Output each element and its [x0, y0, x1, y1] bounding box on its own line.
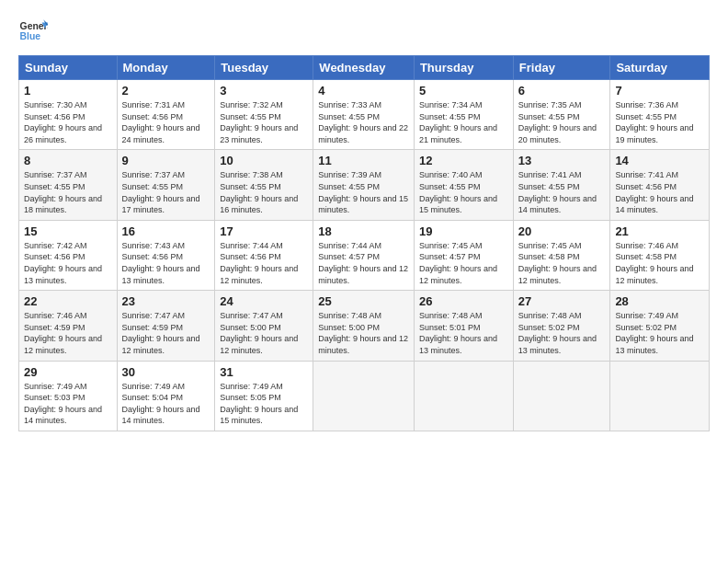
sunrise-label: Sunrise: 7:40 AM	[419, 170, 483, 179]
day-info: Sunrise: 7:45 AM Sunset: 4:58 PM Dayligh…	[518, 240, 606, 286]
day-number: 12	[419, 154, 508, 167]
sunrise-label: Sunrise: 7:48 AM	[318, 311, 381, 320]
sunset-label: Sunset: 4:58 PM	[518, 252, 580, 261]
day-info: Sunrise: 7:49 AM Sunset: 5:02 PM Dayligh…	[615, 310, 704, 356]
calendar-cell	[513, 361, 610, 431]
sunset-label: Sunset: 4:55 PM	[24, 182, 85, 191]
sunrise-label: Sunrise: 7:33 AM	[318, 100, 381, 109]
day-number: 7	[615, 84, 704, 98]
day-info: Sunrise: 7:31 AM Sunset: 4:56 PM Dayligh…	[122, 99, 210, 145]
calendar-table: SundayMondayTuesdayWednesdayThursdayFrid…	[18, 55, 710, 431]
daylight-label: Daylight: 9 hours and 14 minutes.	[122, 405, 200, 426]
sunrise-label: Sunrise: 7:31 AM	[122, 100, 186, 109]
sunrise-label: Sunrise: 7:48 AM	[518, 311, 582, 320]
sunset-label: Sunset: 4:56 PM	[220, 252, 281, 261]
day-info: Sunrise: 7:30 AM Sunset: 4:56 PM Dayligh…	[24, 99, 112, 145]
calendar-cell	[414, 361, 513, 431]
calendar-cell: 15 Sunrise: 7:42 AM Sunset: 4:56 PM Dayl…	[19, 220, 118, 290]
calendar-header-row: SundayMondayTuesdayWednesdayThursdayFrid…	[19, 56, 710, 80]
day-info: Sunrise: 7:46 AM Sunset: 4:58 PM Dayligh…	[615, 240, 704, 286]
daylight-label: Daylight: 9 hours and 18 minutes.	[24, 194, 102, 215]
sunrise-label: Sunrise: 7:30 AM	[24, 100, 87, 109]
sunset-label: Sunset: 4:55 PM	[122, 182, 184, 191]
sunset-label: Sunset: 4:55 PM	[419, 182, 481, 191]
calendar-cell: 16 Sunrise: 7:43 AM Sunset: 4:56 PM Dayl…	[117, 220, 215, 290]
day-info: Sunrise: 7:45 AM Sunset: 4:57 PM Dayligh…	[419, 240, 508, 286]
sunrise-label: Sunrise: 7:46 AM	[615, 241, 678, 250]
logo: General Blue	[18, 17, 48, 46]
day-number: 8	[24, 154, 112, 167]
calendar-cell: 3 Sunrise: 7:32 AM Sunset: 4:55 PM Dayli…	[215, 80, 313, 150]
calendar-cell: 9 Sunrise: 7:37 AM Sunset: 4:55 PM Dayli…	[117, 150, 215, 220]
sunrise-label: Sunrise: 7:37 AM	[122, 170, 186, 179]
calendar-cell: 13 Sunrise: 7:41 AM Sunset: 4:55 PM Dayl…	[513, 150, 610, 220]
sunrise-label: Sunrise: 7:37 AM	[24, 170, 87, 179]
daylight-label: Daylight: 9 hours and 16 minutes.	[220, 194, 298, 215]
day-info: Sunrise: 7:47 AM Sunset: 4:59 PM Dayligh…	[122, 310, 210, 356]
daylight-label: Daylight: 9 hours and 13 minutes.	[419, 334, 497, 355]
day-info: Sunrise: 7:46 AM Sunset: 4:59 PM Dayligh…	[24, 310, 112, 356]
sunset-label: Sunset: 4:55 PM	[615, 112, 677, 121]
calendar-week-row: 22 Sunrise: 7:46 AM Sunset: 4:59 PM Dayl…	[19, 291, 710, 361]
daylight-label: Daylight: 9 hours and 12 minutes.	[419, 264, 497, 285]
day-number: 22	[24, 294, 112, 308]
sunset-label: Sunset: 5:04 PM	[122, 393, 184, 402]
daylight-label: Daylight: 9 hours and 12 minutes.	[615, 264, 693, 285]
day-info: Sunrise: 7:36 AM Sunset: 4:55 PM Dayligh…	[615, 99, 704, 145]
calendar-cell: 17 Sunrise: 7:44 AM Sunset: 4:56 PM Dayl…	[215, 220, 313, 290]
calendar-cell: 24 Sunrise: 7:47 AM Sunset: 5:00 PM Dayl…	[215, 291, 313, 361]
daylight-label: Daylight: 9 hours and 12 minutes.	[220, 334, 298, 355]
daylight-label: Daylight: 9 hours and 14 minutes.	[615, 194, 693, 215]
daylight-label: Daylight: 9 hours and 13 minutes.	[24, 264, 102, 285]
calendar-cell: 30 Sunrise: 7:49 AM Sunset: 5:04 PM Dayl…	[117, 361, 215, 431]
header: General Blue	[18, 17, 710, 46]
sunrise-label: Sunrise: 7:45 AM	[419, 241, 483, 250]
daylight-label: Daylight: 9 hours and 19 minutes.	[615, 123, 693, 144]
daylight-label: Daylight: 9 hours and 26 minutes.	[24, 123, 102, 144]
daylight-label: Daylight: 9 hours and 15 minutes.	[419, 194, 497, 215]
sunset-label: Sunset: 5:02 PM	[615, 323, 677, 332]
sunset-label: Sunset: 5:00 PM	[220, 323, 281, 332]
sunset-label: Sunset: 4:59 PM	[122, 323, 184, 332]
daylight-label: Daylight: 9 hours and 14 minutes.	[24, 405, 102, 426]
day-info: Sunrise: 7:41 AM Sunset: 4:56 PM Dayligh…	[615, 169, 704, 215]
daylight-label: Daylight: 9 hours and 12 minutes.	[220, 264, 298, 285]
calendar-cell: 6 Sunrise: 7:35 AM Sunset: 4:55 PM Dayli…	[513, 80, 610, 150]
sunset-label: Sunset: 4:57 PM	[318, 252, 380, 261]
daylight-label: Daylight: 9 hours and 12 minutes.	[122, 334, 200, 355]
day-number: 11	[318, 154, 409, 167]
calendar-cell: 29 Sunrise: 7:49 AM Sunset: 5:03 PM Dayl…	[19, 361, 118, 431]
day-number: 1	[24, 84, 112, 98]
day-info: Sunrise: 7:33 AM Sunset: 4:55 PM Dayligh…	[318, 99, 409, 145]
col-header-friday: Friday	[513, 56, 610, 80]
daylight-label: Daylight: 9 hours and 22 minutes.	[318, 123, 408, 144]
sunset-label: Sunset: 4:56 PM	[615, 182, 677, 191]
calendar-cell: 14 Sunrise: 7:41 AM Sunset: 4:56 PM Dayl…	[610, 150, 710, 220]
day-number: 19	[419, 224, 508, 238]
day-info: Sunrise: 7:44 AM Sunset: 4:56 PM Dayligh…	[220, 240, 308, 286]
sunrise-label: Sunrise: 7:44 AM	[318, 241, 381, 250]
sunrise-label: Sunrise: 7:41 AM	[615, 170, 678, 179]
calendar-cell: 18 Sunrise: 7:44 AM Sunset: 4:57 PM Dayl…	[313, 220, 415, 290]
calendar-week-row: 1 Sunrise: 7:30 AM Sunset: 4:56 PM Dayli…	[19, 80, 710, 150]
day-number: 30	[122, 365, 210, 379]
col-header-sunday: Sunday	[19, 56, 118, 80]
calendar-cell: 23 Sunrise: 7:47 AM Sunset: 4:59 PM Dayl…	[117, 291, 215, 361]
calendar-week-row: 29 Sunrise: 7:49 AM Sunset: 5:03 PM Dayl…	[19, 361, 710, 431]
day-info: Sunrise: 7:49 AM Sunset: 5:04 PM Dayligh…	[122, 381, 210, 427]
sunset-label: Sunset: 4:55 PM	[318, 112, 380, 121]
day-number: 13	[518, 154, 606, 167]
sunset-label: Sunset: 4:55 PM	[518, 182, 580, 191]
sunset-label: Sunset: 4:55 PM	[419, 112, 481, 121]
sunrise-label: Sunrise: 7:36 AM	[615, 100, 678, 109]
calendar-cell: 21 Sunrise: 7:46 AM Sunset: 4:58 PM Dayl…	[610, 220, 710, 290]
calendar-week-row: 8 Sunrise: 7:37 AM Sunset: 4:55 PM Dayli…	[19, 150, 710, 220]
sunset-label: Sunset: 4:56 PM	[122, 112, 184, 121]
day-number: 29	[24, 365, 112, 379]
sunset-label: Sunset: 5:02 PM	[518, 323, 580, 332]
daylight-label: Daylight: 9 hours and 21 minutes.	[419, 123, 497, 144]
sunrise-label: Sunrise: 7:45 AM	[518, 241, 582, 250]
calendar-cell: 1 Sunrise: 7:30 AM Sunset: 4:56 PM Dayli…	[19, 80, 118, 150]
sunrise-label: Sunrise: 7:49 AM	[220, 382, 283, 391]
calendar-cell	[610, 361, 710, 431]
